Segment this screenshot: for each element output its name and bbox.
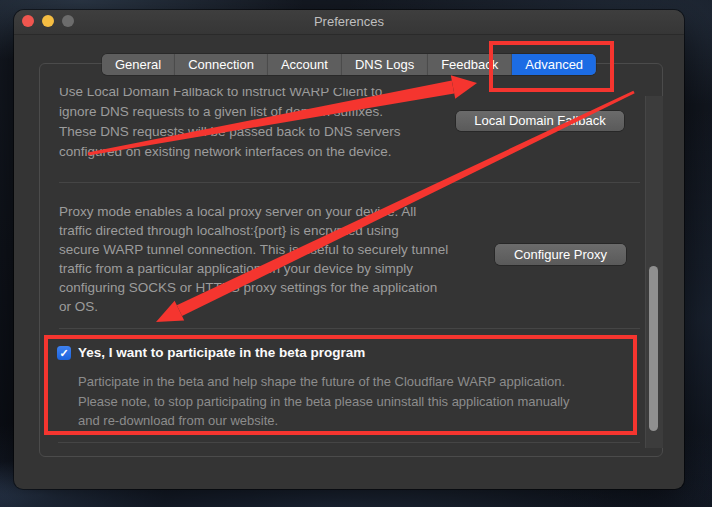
tab-dns-logs[interactable]: DNS Logs [342,54,428,75]
tab-account[interactable]: Account [268,54,342,75]
local-domain-fallback-button[interactable]: Local Domain Fallback [456,111,624,131]
section-divider [59,182,640,183]
proxy-paragraph: Proxy mode enables a local proxy server … [59,202,448,316]
title-bar: Preferences [14,10,684,35]
window-title: Preferences [14,10,684,34]
vertical-scrollbar[interactable] [645,96,663,448]
scrollbar-thumb[interactable] [649,266,658,431]
preferences-window: Preferences General Connection Account D… [14,10,684,489]
tab-bar: General Connection Account DNS Logs Feed… [102,54,596,75]
beta-checkbox[interactable]: ✓ [57,346,71,360]
tab-advanced[interactable]: Advanced [512,54,596,75]
beta-checkbox-row: ✓ Yes, I want to participate in the beta… [57,345,365,360]
tab-general[interactable]: General [102,54,175,75]
checkmark-icon: ✓ [59,347,68,359]
tab-connection[interactable]: Connection [175,54,268,75]
local-domain-paragraph: Use Local Domain Fallback to instruct WA… [59,88,400,162]
beta-checkbox-label[interactable]: Yes, I want to participate in the beta p… [78,345,365,360]
tab-feedback[interactable]: Feedback [428,54,512,75]
scroll-area: Use Local Domain Fallback to instruct WA… [40,88,645,448]
desktop-wallpaper: Preferences General Connection Account D… [0,0,712,507]
section-divider [59,328,640,329]
section-divider [58,442,640,443]
configure-proxy-button[interactable]: Configure Proxy [495,244,626,265]
beta-description: Participate in the beta and help shape t… [78,372,569,431]
